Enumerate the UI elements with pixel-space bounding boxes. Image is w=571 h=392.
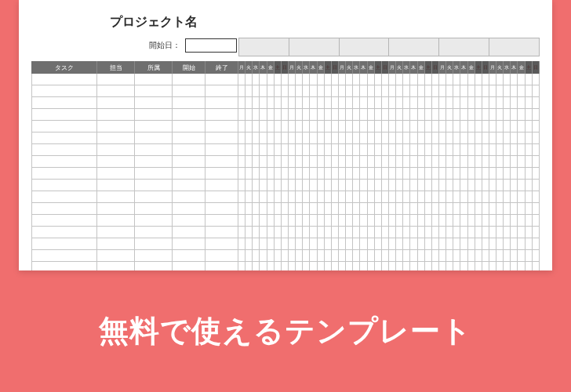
gantt-cell[interactable] [375, 262, 382, 270]
gantt-cell[interactable] [403, 238, 410, 250]
gantt-cell[interactable] [325, 191, 332, 203]
gantt-cell[interactable] [410, 121, 417, 132]
gantt-cell[interactable] [253, 262, 260, 270]
gantt-cell[interactable] [446, 132, 453, 144]
gantt-cell[interactable] [475, 97, 482, 109]
gantt-cell[interactable] [238, 262, 245, 270]
gantt-cell[interactable] [526, 227, 533, 238]
gantt-cell[interactable] [245, 144, 253, 156]
gantt-cell[interactable] [410, 97, 417, 109]
gantt-cell[interactable] [396, 156, 403, 168]
gantt-cell[interactable] [353, 180, 360, 191]
table-cell[interactable] [97, 109, 135, 121]
gantt-cell[interactable] [511, 109, 518, 121]
gantt-cell[interactable] [475, 156, 482, 168]
gantt-cell[interactable] [260, 180, 267, 191]
gantt-cell[interactable] [460, 109, 467, 121]
gantt-cell[interactable] [275, 168, 282, 180]
gantt-cell[interactable] [318, 227, 325, 238]
gantt-cell[interactable] [482, 262, 489, 270]
gantt-cell[interactable] [296, 203, 303, 215]
table-cell[interactable] [97, 121, 135, 132]
gantt-cell[interactable] [511, 132, 518, 144]
gantt-cell[interactable] [468, 262, 475, 270]
gantt-cell[interactable] [432, 262, 439, 270]
gantt-cell[interactable] [489, 191, 496, 203]
gantt-cell[interactable] [432, 74, 439, 85]
gantt-cell[interactable] [303, 85, 310, 97]
gantt-cell[interactable] [275, 250, 282, 262]
gantt-cell[interactable] [533, 109, 540, 121]
gantt-cell[interactable] [346, 191, 353, 203]
table-cell[interactable] [31, 262, 97, 270]
gantt-cell[interactable] [382, 168, 389, 180]
gantt-cell[interactable] [260, 144, 267, 156]
gantt-cell[interactable] [260, 191, 267, 203]
gantt-cell[interactable] [267, 238, 275, 250]
gantt-cell[interactable] [482, 74, 489, 85]
gantt-cell[interactable] [475, 121, 482, 132]
gantt-cell[interactable] [325, 215, 332, 227]
gantt-cell[interactable] [468, 191, 475, 203]
gantt-cell[interactable] [410, 132, 417, 144]
gantt-cell[interactable] [318, 132, 325, 144]
gantt-cell[interactable] [282, 203, 289, 215]
gantt-cell[interactable] [289, 74, 296, 85]
table-row[interactable] [31, 156, 540, 168]
gantt-cell[interactable] [325, 156, 332, 168]
gantt-cell[interactable] [253, 180, 260, 191]
table-row[interactable] [31, 227, 540, 238]
table-cell[interactable] [205, 238, 238, 250]
gantt-cell[interactable] [282, 238, 289, 250]
gantt-cell[interactable] [275, 227, 282, 238]
gantt-cell[interactable] [303, 180, 310, 191]
table-cell[interactable] [173, 250, 205, 262]
gantt-cell[interactable] [253, 85, 260, 97]
gantt-cell[interactable] [533, 250, 540, 262]
gantt-cell[interactable] [468, 132, 475, 144]
gantt-cell[interactable] [332, 97, 339, 109]
gantt-cell[interactable] [353, 74, 360, 85]
gantt-cell[interactable] [460, 168, 467, 180]
gantt-cell[interactable] [360, 203, 367, 215]
gantt-cell[interactable] [418, 180, 425, 191]
gantt-cell[interactable] [382, 132, 389, 144]
gantt-cell[interactable] [446, 262, 453, 270]
gantt-cell[interactable] [375, 74, 382, 85]
gantt-cell[interactable] [282, 180, 289, 191]
gantt-cell[interactable] [439, 191, 446, 203]
gantt-cell[interactable] [353, 132, 360, 144]
gantt-cell[interactable] [238, 203, 245, 215]
table-cell[interactable] [135, 262, 173, 270]
gantt-cell[interactable] [453, 156, 460, 168]
gantt-cell[interactable] [482, 121, 489, 132]
gantt-cell[interactable] [504, 180, 511, 191]
gantt-cell[interactable] [245, 215, 253, 227]
gantt-cell[interactable] [253, 97, 260, 109]
gantt-cell[interactable] [504, 215, 511, 227]
table-cell[interactable] [97, 144, 135, 156]
gantt-cell[interactable] [389, 97, 396, 109]
gantt-cell[interactable] [267, 85, 275, 97]
gantt-cell[interactable] [318, 238, 325, 250]
gantt-cell[interactable] [482, 144, 489, 156]
gantt-cell[interactable] [318, 121, 325, 132]
gantt-cell[interactable] [360, 250, 367, 262]
gantt-cell[interactable] [382, 238, 389, 250]
gantt-cell[interactable] [382, 215, 389, 227]
gantt-cell[interactable] [489, 238, 496, 250]
gantt-cell[interactable] [439, 180, 446, 191]
gantt-cell[interactable] [360, 227, 367, 238]
table-row[interactable] [31, 203, 540, 215]
gantt-cell[interactable] [282, 121, 289, 132]
gantt-cell[interactable] [368, 74, 375, 85]
gantt-cell[interactable] [518, 191, 525, 203]
gantt-cell[interactable] [425, 144, 432, 156]
gantt-cell[interactable] [303, 250, 310, 262]
gantt-cell[interactable] [332, 180, 339, 191]
gantt-cell[interactable] [382, 156, 389, 168]
gantt-cell[interactable] [253, 121, 260, 132]
gantt-cell[interactable] [425, 238, 432, 250]
gantt-cell[interactable] [453, 203, 460, 215]
gantt-cell[interactable] [296, 215, 303, 227]
